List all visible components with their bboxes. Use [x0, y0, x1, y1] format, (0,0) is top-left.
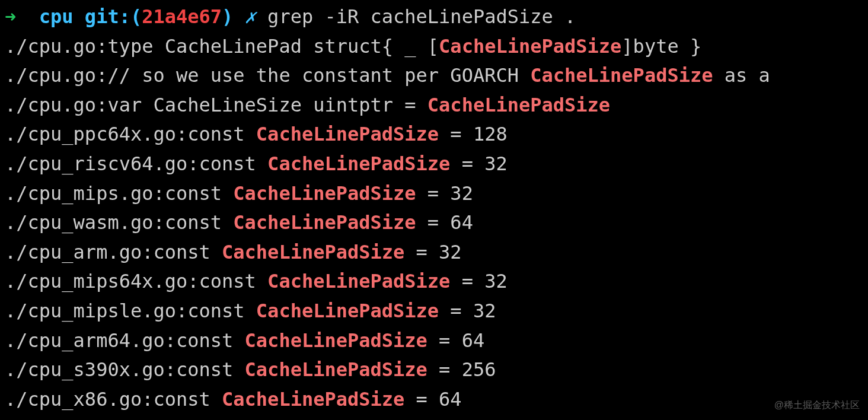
grep-result-line: ./cpu_ppc64x.go:const CacheLinePadSize =…: [5, 120, 863, 149]
prompt-paren-open: (: [130, 5, 142, 28]
result-match: CacheLinePadSize: [256, 123, 439, 145]
grep-result-line: ./cpu_wasm.go:const CacheLinePadSize = 6…: [5, 208, 863, 238]
result-text-post: = 64: [427, 329, 484, 352]
result-match: CacheLinePadSize: [256, 300, 439, 322]
result-file: ./cpu_x86.go:: [5, 388, 153, 411]
result-match: CacheLinePadSize: [530, 64, 713, 87]
result-text-pre: const: [176, 358, 245, 381]
result-text-post: ]byte }: [621, 35, 701, 58]
result-file: ./cpu.go:: [5, 64, 107, 87]
result-text-post: = 32: [450, 270, 507, 292]
result-text-post: = 32: [450, 152, 507, 175]
result-match: CacheLinePadSize: [245, 358, 427, 381]
result-text-post: = 256: [427, 358, 496, 381]
result-text-pre: const: [187, 300, 256, 322]
result-file: ./cpu_riscv64.go:: [5, 152, 199, 175]
grep-result-line: ./cpu_arm64.go:const CacheLinePadSize = …: [5, 326, 863, 356]
result-text-post: = 128: [439, 123, 508, 145]
result-file: ./cpu.go:: [5, 94, 107, 116]
prompt-arrow-icon: ➜: [5, 5, 16, 28]
prompt-dirty-icon: ✗: [245, 5, 256, 28]
result-match: CacheLinePadSize: [439, 35, 621, 58]
grep-output: ./cpu.go:type CacheLinePad struct{ _ [Ca…: [5, 32, 863, 415]
result-file: ./cpu.go:: [5, 35, 107, 58]
grep-result-line: ./cpu_mipsle.go:const CacheLinePadSize =…: [5, 297, 863, 326]
grep-result-line: ./cpu.go:var CacheLineSize uintptr = Cac…: [5, 91, 863, 120]
grep-result-line: ./cpu_riscv64.go:const CacheLinePadSize …: [5, 149, 863, 179]
result-match: CacheLinePadSize: [427, 94, 610, 116]
result-text-pre: const: [199, 152, 268, 175]
grep-result-line: ./cpu.go:// so we use the constant per G…: [5, 61, 863, 91]
result-file: ./cpu_s390x.go:: [5, 358, 176, 381]
result-file: ./cpu_mipsle.go:: [5, 300, 187, 322]
grep-result-line: ./cpu_x86.go:const CacheLinePadSize = 64: [5, 385, 863, 415]
result-match: CacheLinePadSize: [233, 211, 416, 234]
result-text-pre: const: [176, 329, 245, 352]
result-text-post: = 32: [404, 241, 461, 263]
grep-result-line: ./cpu.go:type CacheLinePad struct{ _ [Ca…: [5, 32, 863, 62]
result-text-pre: const: [199, 270, 268, 292]
result-text-post: as a: [713, 64, 770, 87]
result-match: CacheLinePadSize: [222, 241, 404, 263]
prompt-dir: cpu: [39, 5, 74, 28]
result-text-post: = 64: [416, 211, 473, 234]
result-match: CacheLinePadSize: [267, 152, 450, 175]
result-text-pre: type CacheLinePad struct{ _ [: [107, 35, 439, 58]
result-file: ./cpu_mips64x.go:: [5, 270, 199, 292]
prompt-git-hash: 21a4e67: [142, 5, 222, 28]
grep-result-line: ./cpu_mips64x.go:const CacheLinePadSize …: [5, 267, 863, 297]
result-text-pre: const: [153, 388, 222, 411]
prompt-command: grep -iR cacheLinePadSize .: [267, 5, 576, 28]
result-text-pre: const: [165, 211, 234, 234]
result-text-pre: var CacheLineSize uintptr =: [107, 94, 427, 116]
result-text-pre: const: [153, 241, 222, 263]
result-match: CacheLinePadSize: [222, 388, 404, 411]
result-text-post: = 32: [416, 182, 473, 205]
result-file: ./cpu_arm64.go:: [5, 329, 176, 352]
grep-result-line: ./cpu_s390x.go:const CacheLinePadSize = …: [5, 355, 863, 385]
prompt-paren-close: ): [222, 5, 233, 28]
result-match: CacheLinePadSize: [267, 270, 450, 292]
result-text-post: = 32: [439, 300, 496, 322]
result-file: ./cpu_mips.go:: [5, 182, 165, 205]
result-file: ./cpu_wasm.go:: [5, 211, 165, 234]
result-match: CacheLinePadSize: [233, 182, 416, 205]
result-text-pre: // so we use the constant per GOARCH: [107, 64, 530, 87]
result-text-pre: const: [187, 123, 256, 145]
result-file: ./cpu_arm.go:: [5, 241, 153, 263]
result-match: CacheLinePadSize: [245, 329, 427, 352]
grep-result-line: ./cpu_mips.go:const CacheLinePadSize = 3…: [5, 179, 863, 209]
result-file: ./cpu_ppc64x.go:: [5, 123, 187, 145]
grep-result-line: ./cpu_arm.go:const CacheLinePadSize = 32: [5, 238, 863, 268]
watermark-text: @稀土掘金技术社区: [774, 398, 860, 413]
prompt-git-label: git:: [85, 5, 130, 28]
result-text-post: = 64: [404, 388, 461, 411]
prompt-line[interactable]: ➜ cpu git:(21a4e67) ✗ grep -iR cacheLine…: [5, 2, 863, 32]
result-text-pre: const: [165, 182, 234, 205]
